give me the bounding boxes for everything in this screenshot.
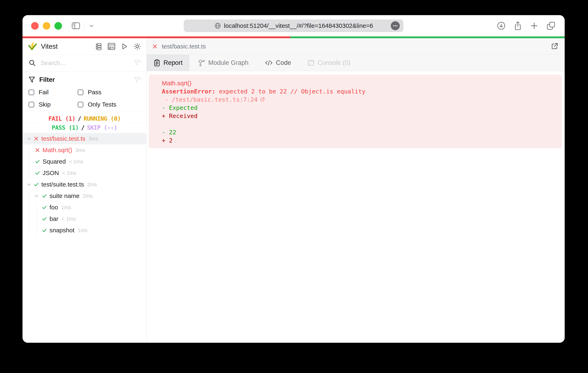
diff-blank-line (162, 120, 556, 128)
open-external-icon[interactable] (550, 42, 558, 51)
test-progress-bar (22, 36, 565, 38)
tree-row-time: 3ms (75, 147, 85, 153)
tab-module-graph[interactable]: Module Graph (189, 55, 257, 71)
stack-trace-text: - /test/basic.test.ts:7:24 (165, 95, 258, 104)
sidebar: Vitest (22, 38, 147, 343)
checkbox-label: Pass (88, 89, 102, 96)
app-title: Vitest (41, 42, 58, 50)
address-bar[interactable]: localhost:51204/__vitest__/#/?file=16484… (184, 20, 403, 32)
theme-sun-icon[interactable] (133, 42, 141, 50)
tree-row-label: test/suite.test.ts (41, 181, 84, 188)
tree-row-time: 2ms (87, 182, 97, 187)
zoom-window-button[interactable] (54, 22, 62, 30)
search-bar (22, 54, 147, 72)
summary-running-count: RUNNING (0) (84, 115, 121, 122)
summary-fail-count: FAIL (1) (48, 115, 75, 122)
close-icon[interactable] (152, 43, 158, 49)
share-icon[interactable] (514, 21, 522, 31)
filter-title: Filter (39, 76, 55, 83)
tab-label: Report (163, 59, 182, 66)
assertion-error-line: AssertionError: expected 2 to be 22 // O… (162, 87, 556, 95)
filter-checkbox-only-tests[interactable]: Only Tests (78, 101, 141, 108)
file-tab-label: test/basic.test.ts (162, 43, 206, 50)
filter-checkbox-fail[interactable]: Fail (29, 89, 78, 96)
tree-row-time: 1ms (78, 228, 87, 233)
tree-row-suite-name[interactable]: suite name 2ms (22, 190, 147, 202)
pass-check-icon (42, 205, 47, 210)
screen-background: localhost:51204/__vitest__/#/?file=16484… (0, 0, 588, 373)
summary-separator: / (81, 124, 84, 131)
chevron-down-icon[interactable] (27, 182, 32, 187)
chevron-down-icon[interactable] (88, 22, 95, 29)
stack-trace-link[interactable]: - /test/basic.test.ts:7:24 (162, 95, 556, 104)
filter-checkbox-skip[interactable]: Skip (29, 101, 78, 108)
tab-label: Module Graph (208, 59, 248, 66)
diff-received-value: + 2 (162, 136, 556, 145)
tree-row-label: bar (50, 215, 58, 222)
checkbox[interactable] (78, 102, 83, 107)
main-panel: test/basic.test.ts (147, 38, 565, 343)
globe-icon (214, 22, 221, 29)
tree-row-snapshot[interactable]: snapshot 1ms (22, 225, 147, 236)
test-summary: FAIL (1) / RUNNING (0) PASS (1) / SKIP (… (22, 111, 147, 133)
tree-row-label: test/basic.test.ts (41, 135, 85, 142)
console-icon (307, 59, 315, 66)
pass-check-icon (33, 182, 39, 187)
run-all-icon[interactable] (121, 43, 128, 50)
tree-view-icon[interactable] (95, 43, 102, 50)
tabs-overview-icon[interactable] (546, 21, 556, 31)
code-icon (265, 59, 273, 66)
tree-row-time: < 1ms (62, 216, 76, 222)
tree-row-basic-test-file[interactable]: test/basic.test.ts 3ms (22, 133, 147, 144)
fail-x-icon (33, 136, 39, 141)
summary-pass-count: PASS (1) (52, 124, 79, 131)
filter-checkbox-pass[interactable]: Pass (78, 89, 141, 96)
report-content: Math.sqrt() AssertionError: expected 2 t… (147, 71, 565, 343)
tree-row-foo[interactable]: foo 1ms (22, 202, 147, 213)
more-icon[interactable] (391, 21, 400, 30)
tree-row-math-sqrt[interactable]: Math.sqrt() 3ms (22, 144, 147, 156)
vitest-logo (28, 42, 37, 51)
error-report-panel: Math.sqrt() AssertionError: expected 2 t… (149, 75, 562, 148)
search-input[interactable] (41, 60, 134, 66)
tree-row-suite-test-file[interactable]: test/suite.test.ts 2ms (22, 179, 147, 190)
new-tab-icon[interactable] (530, 21, 538, 30)
progress-fail-segment (22, 36, 290, 38)
tree-row-bar[interactable]: bar < 1ms (22, 213, 147, 225)
checkbox[interactable] (29, 90, 34, 95)
minimize-window-button[interactable] (43, 22, 50, 30)
close-window-button[interactable] (31, 22, 39, 30)
clipboard-icon (154, 59, 160, 66)
open-external-icon[interactable] (260, 97, 265, 102)
clear-filter-icon[interactable] (134, 76, 141, 84)
filter-section: Filter Fail Pass (22, 72, 147, 111)
diff-received-label: + Received (162, 112, 556, 120)
tree-row-label: foo (50, 204, 58, 211)
pass-check-icon (42, 216, 47, 221)
tree-row-squared[interactable]: Squared < 1ms (22, 156, 147, 167)
tree-row-json[interactable]: JSON < 1ms (22, 167, 147, 179)
progress-pass-segment (290, 36, 565, 38)
dashboard-icon[interactable] (108, 43, 116, 50)
diff-expected-label: - Expected (162, 104, 556, 112)
checkbox-label: Skip (39, 101, 51, 108)
download-icon[interactable] (497, 21, 506, 30)
module-graph-icon (198, 59, 205, 66)
clear-filter-icon[interactable] (134, 59, 141, 67)
checkbox[interactable] (78, 90, 83, 95)
fail-x-icon (35, 147, 40, 153)
chevron-down-icon[interactable] (34, 193, 39, 198)
tree-row-label: snapshot (50, 227, 74, 234)
tree-row-label: JSON (42, 169, 59, 176)
checkbox[interactable] (29, 102, 34, 107)
tab-label: Console (0) (318, 59, 350, 66)
sidebar-toggle-icon[interactable] (71, 22, 80, 30)
tab-report[interactable]: Report (147, 55, 189, 71)
tree-row-time: < 1ms (69, 159, 83, 165)
tab-code[interactable]: Code (257, 55, 299, 71)
checkbox-label: Fail (39, 89, 49, 96)
checkbox-label: Only Tests (88, 101, 116, 108)
chevron-down-icon[interactable] (27, 136, 32, 141)
toolbar-divider (84, 21, 84, 31)
tree-row-label: suite name (50, 192, 80, 199)
